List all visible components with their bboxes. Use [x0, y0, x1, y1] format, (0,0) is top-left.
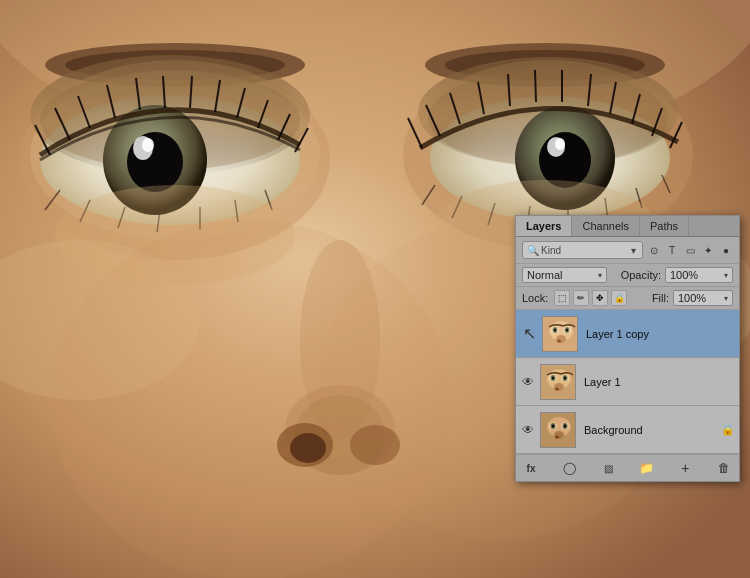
- opacity-arrow: ▾: [724, 271, 728, 280]
- background-lock-icon: 🔒: [721, 423, 735, 437]
- svg-point-93: [555, 387, 559, 390]
- lock-label: Lock:: [522, 292, 548, 304]
- layer-thumb-layer1: [540, 364, 576, 400]
- blend-mode-dropdown[interactable]: Normal ▾: [522, 267, 607, 283]
- lock-icons-group: ⬚ ✏ ✥ 🔒: [554, 290, 627, 306]
- pixel-filter-icon[interactable]: ⊙: [647, 243, 661, 257]
- svg-point-78: [554, 328, 556, 331]
- tab-paths[interactable]: Paths: [640, 216, 689, 236]
- opacity-dropdown[interactable]: 100% ▾: [665, 267, 733, 283]
- search-row: 🔍 Kind ▾ ⊙ T ▭ ✦ ●: [516, 237, 739, 264]
- fill-arrow: ▾: [724, 294, 728, 303]
- kind-search-box[interactable]: 🔍 Kind ▾: [522, 241, 643, 259]
- smart-filter-icon[interactable]: ✦: [701, 243, 715, 257]
- move-cursor-icon: ↖: [520, 325, 538, 343]
- panel-tabs: Layers Channels Paths: [516, 216, 739, 237]
- lock-row: Lock: ⬚ ✏ ✥ 🔒 Fill: 100% ▾: [516, 287, 739, 310]
- svg-point-98: [552, 424, 554, 427]
- lock-transparent-btn[interactable]: ⬚: [554, 290, 570, 306]
- layer-row-background[interactable]: 👁 Background 🔒: [516, 406, 739, 454]
- tab-channels[interactable]: Channels: [572, 216, 639, 236]
- add-group-button[interactable]: 📁: [638, 459, 656, 477]
- opacity-value: 100%: [670, 269, 698, 281]
- blend-opacity-row: Normal ▾ Opacity: 100% ▾: [516, 264, 739, 287]
- layers-panel: Layers Channels Paths 🔍 Kind ▾ ⊙ T ▭ ✦ ●…: [515, 215, 740, 482]
- svg-point-14: [142, 138, 154, 152]
- search-text: Kind: [541, 245, 627, 256]
- svg-line-47: [535, 70, 536, 102]
- background-visibility-icon[interactable]: 👁: [520, 422, 536, 438]
- search-icon: 🔍: [527, 245, 539, 256]
- layer-thumb-background: [540, 412, 576, 448]
- svg-point-39: [539, 132, 591, 188]
- add-fx-button[interactable]: fx: [522, 459, 540, 477]
- layer1-name: Layer 1: [580, 376, 735, 388]
- lock-image-btn[interactable]: ✏: [573, 290, 589, 306]
- svg-point-101: [564, 424, 566, 427]
- svg-point-81: [566, 328, 568, 331]
- delete-layer-button[interactable]: 🗑: [715, 459, 733, 477]
- fill-dropdown[interactable]: 100% ▾: [673, 290, 733, 306]
- layer-row-layer1[interactable]: 👁 Layer 1: [516, 358, 739, 406]
- background-name: Background: [580, 424, 717, 436]
- svg-point-41: [555, 138, 565, 150]
- fill-label: Fill:: [652, 292, 669, 304]
- panel-bottom-toolbar: fx ◯ ▨ 📁 + 🗑: [516, 454, 739, 481]
- layer1-visibility-icon[interactable]: 👁: [520, 374, 536, 390]
- color-filter-icon[interactable]: ●: [719, 243, 733, 257]
- layer1copy-name: Layer 1 copy: [582, 328, 735, 340]
- lock-all-btn[interactable]: 🔒: [611, 290, 627, 306]
- opacity-label: Opacity:: [621, 269, 661, 281]
- svg-point-91: [564, 376, 566, 379]
- blend-mode-label: Normal: [527, 269, 562, 281]
- lock-position-btn[interactable]: ✥: [592, 290, 608, 306]
- tab-layers[interactable]: Layers: [516, 216, 572, 236]
- svg-point-88: [552, 376, 554, 379]
- svg-point-103: [555, 435, 559, 438]
- adjustment-filter-icon[interactable]: T: [665, 243, 679, 257]
- adjustment-layer-button[interactable]: ▨: [599, 459, 617, 477]
- add-layer-button[interactable]: +: [676, 459, 694, 477]
- blend-mode-arrow: ▾: [598, 271, 602, 280]
- shape-filter-icon[interactable]: ▭: [683, 243, 697, 257]
- layer-row-layer1copy[interactable]: ↖ Layer 1 copy: [516, 310, 739, 358]
- layer-thumb-layer1copy: [542, 316, 578, 352]
- filter-icons: ⊙ T ▭ ✦ ●: [647, 243, 733, 257]
- svg-point-83: [557, 339, 561, 342]
- add-mask-button[interactable]: ◯: [561, 459, 579, 477]
- fill-value: 100%: [678, 292, 706, 304]
- search-dropdown-arrow: ▾: [631, 245, 636, 256]
